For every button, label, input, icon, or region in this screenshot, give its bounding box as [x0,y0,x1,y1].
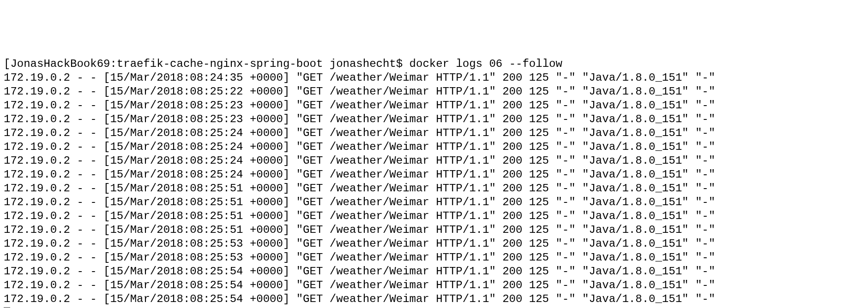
log-status: 200 [502,237,522,250]
log-ip: 172.19.0.2 [4,141,70,153]
log-request: "GET /weather/Weimar HTTP/1.1" [289,113,502,125]
log-size: 125 [522,168,555,181]
log-referer: "-" [555,279,582,291]
prompt-user: jonashecht [330,58,396,70]
log-line: 172.19.0.2 - - [15/Mar/2018:08:25:54 +00… [4,292,864,306]
log-line: 172.19.0.2 - - [15/Mar/2018:08:25:23 +00… [4,99,864,113]
terminal-output[interactable]: [JonasHackBook69:traefik-cache-nginx-spr… [4,57,864,308]
log-status: 200 [502,224,522,236]
prompt-space [323,58,329,70]
log-dashes: - - [70,237,103,250]
log-referer: "-" [555,293,582,305]
log-ip: 172.19.0.2 [4,210,70,222]
log-line: 172.19.0.2 - - [15/Mar/2018:08:25:54 +00… [4,278,864,292]
log-user-agent: "Java/1.8.0_151" [582,279,695,291]
log-line: 172.19.0.2 - - [15/Mar/2018:08:25:22 +00… [4,85,864,99]
log-status: 200 [502,182,522,195]
log-line: 172.19.0.2 - - [15/Mar/2018:08:25:53 +00… [4,237,864,251]
log-dashes: - - [70,71,103,84]
log-ip: 172.19.0.2 [4,127,70,139]
log-referer: "-" [555,265,582,278]
log-dashes: - - [70,251,103,264]
log-size: 125 [522,127,555,139]
log-user-agent: "Java/1.8.0_151" [582,141,695,153]
log-dashes: - - [70,99,103,112]
log-ip: 172.19.0.2 [4,265,70,278]
log-user-agent: "Java/1.8.0_151" [582,265,695,278]
log-user-agent: "Java/1.8.0_151" [582,210,695,222]
log-tail: "-" [695,237,715,250]
log-request: "GET /weather/Weimar HTTP/1.1" [289,224,502,236]
log-dashes: - - [70,168,103,181]
log-ip: 172.19.0.2 [4,224,70,236]
log-ip: 172.19.0.2 [4,85,70,98]
log-ip: 172.19.0.2 [4,71,70,84]
log-tail: "-" [695,141,715,153]
log-tail: "-" [695,251,715,264]
log-dashes: - - [70,113,103,125]
log-status: 200 [502,99,522,112]
log-request: "GET /weather/Weimar HTTP/1.1" [289,85,502,98]
log-user-agent: "Java/1.8.0_151" [582,85,695,98]
log-status: 200 [502,210,522,222]
log-referer: "-" [555,168,582,181]
log-size: 125 [522,293,555,305]
log-request: "GET /weather/Weimar HTTP/1.1" [289,99,502,112]
prompt-path: traefik-cache-nginx-spring-boot [117,58,323,70]
log-referer: "-" [555,251,582,264]
log-timestamp: [15/Mar/2018:08:25:54 +0000] [103,265,289,278]
log-timestamp: [15/Mar/2018:08:25:23 +0000] [103,113,289,125]
log-ip: 172.19.0.2 [4,237,70,250]
log-line: 172.19.0.2 - - [15/Mar/2018:08:25:51 +00… [4,182,864,195]
log-timestamp: [15/Mar/2018:08:25:23 +0000] [103,99,289,112]
log-dashes: - - [70,85,103,98]
log-timestamp: [15/Mar/2018:08:25:51 +0000] [103,196,289,208]
log-user-agent: "Java/1.8.0_151" [582,127,695,139]
log-request: "GET /weather/Weimar HTTP/1.1" [289,279,502,291]
log-user-agent: "Java/1.8.0_151" [582,237,695,250]
log-ip: 172.19.0.2 [4,168,70,181]
log-timestamp: [15/Mar/2018:08:25:53 +0000] [103,237,289,250]
log-tail: "-" [695,196,715,208]
log-request: "GET /weather/Weimar HTTP/1.1" [289,141,502,153]
log-dashes: - - [70,127,103,139]
log-line: 172.19.0.2 - - [15/Mar/2018:08:25:51 +00… [4,209,864,223]
log-request: "GET /weather/Weimar HTTP/1.1" [289,196,502,208]
log-ip: 172.19.0.2 [4,279,70,291]
log-referer: "-" [555,154,582,167]
log-status: 200 [502,265,522,278]
log-ip: 172.19.0.2 [4,182,70,195]
log-user-agent: "Java/1.8.0_151" [582,196,695,208]
log-dashes: - - [70,182,103,195]
prompt-sep: : [110,58,116,70]
log-status: 200 [502,196,522,208]
log-size: 125 [522,182,555,195]
log-size: 125 [522,237,555,250]
log-size: 125 [522,71,555,84]
log-status: 200 [502,293,522,305]
log-ip: 172.19.0.2 [4,154,70,167]
log-size: 125 [522,154,555,167]
log-request: "GET /weather/Weimar HTTP/1.1" [289,237,502,250]
log-status: 200 [502,71,522,84]
log-request: "GET /weather/Weimar HTTP/1.1" [289,71,502,84]
log-user-agent: "Java/1.8.0_151" [582,182,695,195]
log-size: 125 [522,279,555,291]
log-referer: "-" [555,196,582,208]
log-request: "GET /weather/Weimar HTTP/1.1" [289,293,502,305]
log-size: 125 [522,113,555,125]
log-ip: 172.19.0.2 [4,251,70,264]
log-referer: "-" [555,237,582,250]
log-request: "GET /weather/Weimar HTTP/1.1" [289,210,502,222]
log-tail: "-" [695,127,715,139]
log-size: 125 [522,196,555,208]
log-user-agent: "Java/1.8.0_151" [582,293,695,305]
log-timestamp: [15/Mar/2018:08:25:54 +0000] [103,293,289,305]
log-tail: "-" [695,224,715,236]
log-tail: "-" [695,265,715,278]
log-timestamp: [15/Mar/2018:08:25:24 +0000] [103,127,289,139]
log-line: 172.19.0.2 - - [15/Mar/2018:08:25:24 +00… [4,168,864,182]
log-line: 172.19.0.2 - - [15/Mar/2018:08:25:24 +00… [4,140,864,154]
log-tail: "-" [695,71,715,84]
log-line: 172.19.0.2 - - [15/Mar/2018:08:25:53 +00… [4,251,864,265]
